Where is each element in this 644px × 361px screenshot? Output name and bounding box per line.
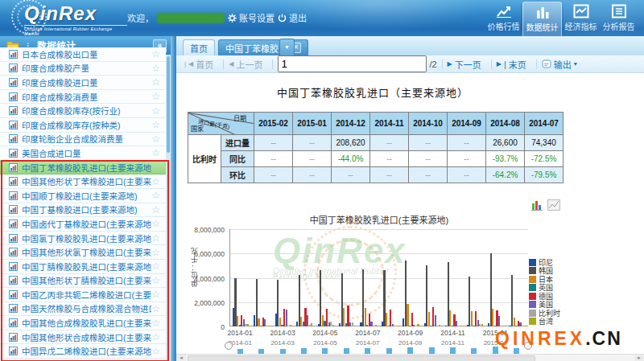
favorite-star-icon[interactable]: ☆: [151, 176, 160, 187]
nav-item-数据统计[interactable]: 数据统计: [522, 2, 562, 37]
favorite-star-icon[interactable]: ☆: [151, 232, 160, 244]
column-header: 2014-08: [486, 113, 525, 135]
panel-splitter[interactable]: [171, 36, 176, 361]
prev-page-button[interactable]: ◀上一页: [229, 58, 262, 71]
sidebar-item[interactable]: 印度合成橡胶进口量☆: [0, 76, 166, 90]
value-cell: --: [448, 151, 486, 167]
navigator-mini-bar: [386, 348, 392, 354]
favorite-star-icon[interactable]: ☆: [151, 105, 160, 117]
favorite-star-icon[interactable]: ☆: [151, 346, 160, 357]
sidebar-item[interactable]: 中国氯丁橡胶胶乳进口(主要来源地)☆: [0, 232, 166, 246]
last-page-button[interactable]: ▶|末页: [497, 58, 526, 71]
sidebar-item-label: 中国其他形状丁苯橡胶进口(主要来源地): [22, 175, 151, 187]
value-cell: --: [254, 135, 293, 151]
sidebar-item[interactable]: 中国其他合成橡胶胶乳进口(主要来源地)☆: [0, 316, 166, 330]
tab-active-report[interactable]: 中国丁苯橡胶... ×: [218, 39, 308, 55]
value-cell: --: [370, 151, 409, 167]
sidebar-item[interactable]: 中国其他形状丁苯橡胶进口(主要来源地)☆: [0, 174, 166, 189]
mini-bar-chart-icon: [9, 163, 18, 172]
brand-logo: QinRex Qingdao International Rubber Exch…: [24, 2, 127, 36]
bar-chart-toggle-icon[interactable]: [530, 199, 543, 211]
navigator-label: 2014-05: [308, 339, 343, 347]
sidebar-item[interactable]: 美国合成进口量☆: [0, 146, 166, 161]
indicator-chart-icon: [573, 4, 589, 18]
mini-bar-chart-icon: [9, 205, 18, 214]
logo-title: QinRex: [24, 2, 127, 25]
sidebar-item[interactable]: 中国异戊二烯橡胶进口(主要来源地)☆: [0, 344, 166, 359]
chart-bar: [290, 325, 291, 326]
sidebar-item[interactable]: 日本合成橡胶出口量☆: [0, 47, 166, 62]
favorite-star-icon[interactable]: ☆: [151, 289, 160, 300]
first-page-button[interactable]: |◀首页: [184, 58, 213, 71]
sidebar-item-label: 中国顺丁橡胶进口(主要来源地): [22, 190, 151, 202]
tab-list-dropdown-button[interactable]: ▼: [279, 39, 295, 55]
nav-item-价格行情[interactable]: 价格行情: [485, 2, 522, 37]
scroll-left-arrow[interactable]: ◂: [176, 355, 186, 361]
navigator-mini-bar: [322, 348, 328, 354]
value-cell: --: [370, 167, 409, 183]
sidebar-list: 日本合成橡胶出口量☆印度合成橡胶产量☆印度合成橡胶进口量☆印度合成橡胶消费量☆印…: [0, 47, 166, 359]
sidebar-item[interactable]: 印度合成橡胶库存(按种类)☆: [0, 118, 166, 133]
sidebar-item[interactable]: 印度合成橡胶消费量☆: [0, 90, 166, 105]
navigator-mini-bar: [407, 347, 413, 354]
report-list-icon: [611, 4, 627, 18]
chart-navigator[interactable]: 2014-012014-032014-052014-072014-092014-…: [229, 338, 527, 354]
favorite-star-icon[interactable]: ☆: [151, 48, 160, 59]
metric-label-cell: 环比: [221, 167, 254, 183]
sidebar-item[interactable]: 印度轮胎企业合成胶消费量☆: [0, 133, 166, 147]
favorite-star-icon[interactable]: ☆: [151, 318, 160, 329]
nav-item-经济指标[interactable]: 经济指标: [562, 2, 600, 37]
export-button[interactable]: 输出▾: [542, 58, 577, 71]
page-number-input[interactable]: [278, 55, 427, 72]
gridline: [230, 302, 528, 303]
table-row: 环比-------------64.2%-79.5%: [188, 167, 564, 183]
sidebar-item[interactable]: 中国其他形状氯丁橡胶进口(主要来源地)☆: [0, 245, 166, 260]
horizontal-scrollbar[interactable]: ◂ ▸: [176, 354, 644, 361]
navigator-left-handle[interactable]: [225, 342, 233, 350]
chart-bar: [407, 304, 408, 326]
favorite-star-icon[interactable]: ☆: [151, 204, 160, 215]
sidebar-item[interactable]: 印度合成橡胶产量☆: [0, 62, 166, 76]
favorite-star-icon[interactable]: ☆: [151, 303, 160, 314]
favorite-star-icon[interactable]: ☆: [151, 190, 160, 201]
sidebar-item[interactable]: 中国乙丙非共轭二烯橡胶进口(主要来源地)☆: [0, 288, 166, 302]
favorite-star-icon[interactable]: ☆: [151, 63, 160, 74]
tab-home[interactable]: 首页: [183, 39, 215, 55]
sidebar-item[interactable]: 中国卤代丁基橡胶进口(主要来源地)☆: [0, 217, 166, 232]
scroll-right-arrow[interactable]: ▸: [634, 355, 644, 361]
favorite-star-icon[interactable]: ☆: [151, 247, 160, 258]
logout-link[interactable]: 退出: [278, 11, 307, 24]
sidebar-item[interactable]: 中国丁基橡胶进口(主要来源地)☆: [0, 203, 166, 218]
favorite-star-icon[interactable]: ☆: [151, 133, 160, 145]
mini-bar-chart-icon: [9, 50, 18, 59]
sidebar-item[interactable]: 中国其他形状丁腈橡胶进口(主要来源地)☆: [0, 274, 166, 289]
sidebar-item[interactable]: 中国其他形状合成橡胶进口(主要来源地)☆: [0, 330, 166, 345]
line-chart-toggle-icon[interactable]: [547, 199, 560, 211]
metric-label-cell: 同比: [221, 151, 254, 167]
nav-item-分析报告[interactable]: 分析报告: [600, 2, 638, 37]
mini-bar-chart-icon: [9, 121, 18, 129]
next-page-button[interactable]: ▶下一页: [448, 58, 481, 71]
column-header: 2014-11: [370, 113, 409, 135]
legend-item[interactable]: 台湾: [529, 318, 560, 326]
sidebar-item[interactable]: 中国丁苯橡胶胶乳进口(主要来源地)☆: [0, 161, 166, 175]
scrollbar-thumb[interactable]: [188, 355, 535, 361]
favorite-star-icon[interactable]: ☆: [151, 162, 160, 174]
sidebar-item[interactable]: 印度合成橡胶库存(按行业)☆: [0, 104, 166, 118]
favorite-star-icon[interactable]: ☆: [151, 147, 160, 158]
legend-swatch: [529, 310, 536, 317]
sidebar-item[interactable]: 中国天然橡胶与合成橡胶混合物进口(主...☆: [0, 302, 166, 317]
favorite-star-icon[interactable]: ☆: [151, 260, 160, 272]
sidebar-item[interactable]: 中国顺丁橡胶进口(主要来源地)☆: [0, 189, 166, 203]
favorite-star-icon[interactable]: ☆: [151, 218, 160, 229]
favorite-star-icon[interactable]: ☆: [151, 275, 160, 286]
chart-plot: [229, 229, 528, 326]
favorite-star-icon[interactable]: ☆: [151, 76, 160, 88]
account-settings-link[interactable]: 账号设置: [228, 11, 275, 24]
welcome-text: 欢迎，: [127, 11, 154, 24]
favorite-star-icon[interactable]: ☆: [151, 331, 160, 343]
sidebar-item[interactable]: 中国丁腈橡胶胶乳进口(主要来源地)☆: [0, 260, 166, 274]
favorite-star-icon[interactable]: ☆: [151, 119, 160, 130]
column-header: 2014-12: [332, 113, 370, 135]
favorite-star-icon[interactable]: ☆: [151, 91, 160, 102]
